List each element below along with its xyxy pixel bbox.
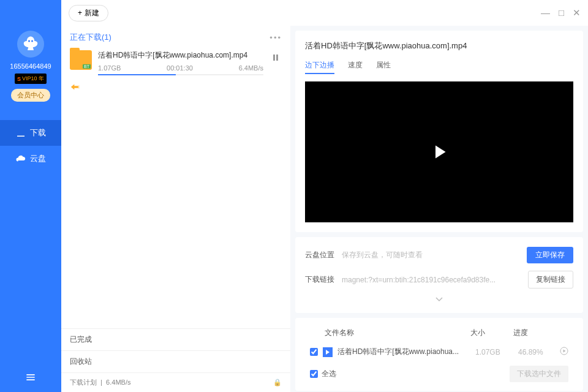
avatar[interactable] (17, 31, 44, 58)
content: 正在下载(1) ••• BT 活着HD韩语中字[飘花www.piaohua.co… (61, 26, 588, 392)
download-item[interactable]: BT 活着HD韩语中字[飘花www.piaohua.com].mp4 1.07G… (61, 47, 290, 83)
chevron-down-icon (435, 297, 443, 302)
file-progress: 46.89% (518, 348, 555, 356)
download-icon (15, 127, 26, 138)
download-link-label: 下载链接 (305, 274, 334, 285)
download-plan-row: 下载计划 | 6.4MB/s 🔒 (61, 372, 290, 392)
plan-speed: 6.4MB/s (106, 379, 130, 386)
select-all-checkbox[interactable] (310, 370, 318, 378)
save-now-button[interactable]: 立即保存 (527, 247, 573, 263)
plan-label[interactable]: 下载计划 (70, 379, 97, 386)
video-preview[interactable] (305, 81, 573, 222)
download-selected-button[interactable]: 下载选中文件 (510, 366, 568, 382)
download-speed: 6.4MB/s (239, 64, 263, 72)
speed-bird-icon[interactable] (70, 83, 83, 91)
maximize-button[interactable]: □ (559, 7, 564, 18)
info-card: 云盘位置 保存到云盘，可随时查看 立即保存 下载链接 magnet:?xt=ur… (295, 237, 583, 313)
bt-folder-icon: BT (70, 50, 92, 70)
window-controls: — □ ✕ (541, 7, 581, 18)
file-size: 1.07GB (475, 348, 513, 356)
tab-attributes[interactable]: 属性 (376, 60, 391, 74)
file-row[interactable]: 活着HD韩语中字[飘花www.piaohua... 1.07GB 46.89% (305, 344, 573, 360)
download-size: 1.07GB (98, 64, 121, 72)
select-all-label[interactable]: 全选 (310, 369, 336, 379)
svg-rect-3 (276, 55, 278, 61)
col-name: 文件名称 (310, 328, 470, 338)
progress-bar (98, 74, 263, 75)
tab-speed[interactable]: 速度 (348, 60, 363, 74)
file-title: 活着HD韩语中字[飘花www.piaohua.com].mp4 (305, 40, 573, 51)
file-list-footer: 全选 下载选中文件 (305, 360, 573, 382)
plus-icon: + (78, 9, 82, 17)
main: +新建 — □ ✕ 正在下载(1) ••• BT 活着HD韩语中字[飘花www.… (61, 0, 588, 392)
play-file-button[interactable] (560, 347, 568, 357)
vip-badge: SVIP10 年 (15, 74, 47, 84)
downloading-title[interactable]: 正在下载(1) (70, 32, 111, 43)
nav-cloud[interactable]: 云盘 (0, 146, 61, 172)
video-file-icon (323, 347, 333, 357)
expand-toggle[interactable] (305, 296, 573, 303)
tab-recycle[interactable]: 回收站 (61, 350, 290, 372)
minimize-button[interactable]: — (541, 7, 550, 18)
new-button[interactable]: +新建 (69, 5, 108, 21)
file-list-header: 文件名称 大小 进度 (305, 325, 573, 344)
file-name: 活着HD韩语中字[飘花www.piaohua... (337, 347, 470, 357)
bottom-tabs: 已完成 回收站 下载计划 | 6.4MB/s 🔒 (61, 328, 290, 392)
user-id: 16556464849 (10, 62, 51, 70)
pause-icon (272, 54, 279, 61)
file-checkbox[interactable] (310, 348, 318, 356)
detail-pane: 活着HD韩语中字[飘花www.piaohua.com].mp4 边下边播 速度 … (295, 26, 583, 392)
play-icon (428, 141, 450, 163)
tab-play[interactable]: 边下边播 (305, 60, 334, 74)
nav-download[interactable]: 下载 (0, 120, 61, 146)
col-progress: 进度 (513, 328, 568, 338)
cloud-location-hint: 保存到云盘，可随时查看 (342, 250, 519, 260)
detail-tabs: 边下边播 速度 属性 (305, 60, 573, 74)
file-list-card: 文件名称 大小 进度 活着HD韩语中字[飘花www.piaohua... 1.0… (295, 318, 583, 391)
hamburger-icon (24, 371, 37, 383)
pause-button[interactable] (270, 50, 282, 66)
bird-icon (21, 35, 40, 53)
svg-point-1 (31, 40, 33, 42)
topbar: +新建 — □ ✕ (61, 0, 588, 26)
download-link-value: magnet:?xt=urn:btih:21c8191c96ecefa9d83f… (342, 276, 521, 284)
accelerate-icon-row (61, 83, 290, 94)
cloud-icon (15, 153, 26, 164)
col-size: 大小 (470, 328, 513, 338)
preview-card: 活着HD韩语中字[飘花www.piaohua.com].mp4 边下边播 速度 … (295, 31, 583, 232)
member-center-button[interactable]: 会员中心 (11, 89, 50, 102)
more-icon[interactable]: ••• (270, 33, 282, 42)
download-list-pane: 正在下载(1) ••• BT 活着HD韩语中字[飘花www.piaohua.co… (61, 26, 290, 392)
close-button[interactable]: ✕ (573, 7, 581, 18)
menu-button[interactable] (0, 371, 61, 383)
tab-completed[interactable]: 已完成 (61, 328, 290, 350)
svg-point-0 (28, 40, 30, 42)
downloading-header: 正在下载(1) ••• (61, 26, 290, 47)
cloud-location-label: 云盘位置 (305, 250, 334, 260)
sidebar: 16556464849 SVIP10 年 会员中心 下载 云盘 (0, 0, 61, 392)
lock-icon[interactable]: 🔒 (273, 379, 282, 386)
download-name: 活着HD韩语中字[飘花www.piaohua.com].mp4 (98, 50, 263, 61)
download-eta: 00:01:30 (167, 64, 193, 72)
copy-link-button[interactable]: 复制链接 (528, 271, 573, 288)
download-info: 活着HD韩语中字[飘花www.piaohua.com].mp4 1.07GB 0… (98, 50, 263, 75)
svg-rect-2 (273, 55, 275, 61)
